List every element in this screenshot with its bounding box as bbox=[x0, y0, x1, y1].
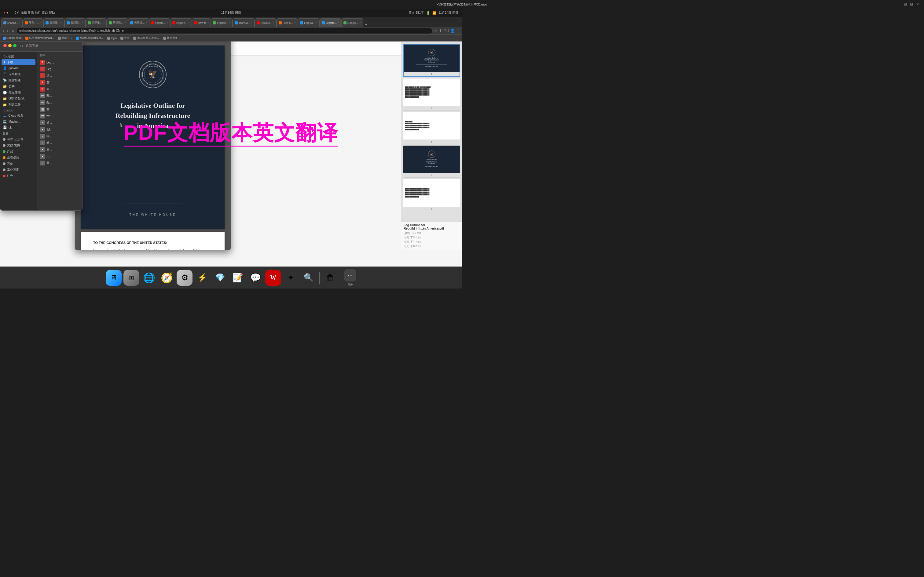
bookmark-tlot[interactable]: [TL|OT]作工两年... bbox=[132, 36, 160, 40]
finder-file-shi[interactable]: ▪ 史... bbox=[38, 146, 81, 153]
tab-legis1[interactable]: Legisla... × bbox=[298, 18, 320, 27]
tab-translate[interactable]: Transla... × bbox=[233, 18, 255, 27]
tab-close-google[interactable]: × bbox=[359, 21, 361, 24]
dock-safari[interactable]: 🧭 bbox=[159, 270, 175, 286]
finder-close-btn[interactable] bbox=[3, 44, 7, 47]
dock-spark[interactable]: ✦ bbox=[283, 270, 299, 286]
nav-forward-btn[interactable]: › bbox=[6, 28, 9, 34]
bookmark-denglu1[interactable]: 登录中... bbox=[57, 36, 73, 40]
finder-item-download[interactable]: ⬇ 下载 bbox=[2, 59, 36, 65]
more-icon[interactable]: ⋮ bbox=[456, 28, 460, 33]
finder-file-zhi2[interactable]: ▦ 智... bbox=[38, 106, 81, 113]
tab-meiguo[interactable]: 美国近... × bbox=[128, 18, 149, 27]
new-tab-button[interactable]: + bbox=[363, 22, 369, 27]
finder-window-controls[interactable] bbox=[3, 44, 16, 47]
finder-item-gaokun[interactable]: 👤 gaokun bbox=[0, 65, 37, 71]
tab-close-shapr3[interactable]: × bbox=[19, 21, 21, 24]
dock-stickies[interactable]: 📝 bbox=[230, 270, 246, 286]
tab-freeo[interactable]: Free O... × bbox=[276, 18, 298, 27]
finder-tag-wenxiao[interactable]: 文效 发掘 bbox=[0, 142, 37, 148]
finder-file-wei[interactable]: P 为... bbox=[38, 86, 81, 92]
tab-close-meiguo[interactable]: × bbox=[145, 21, 147, 24]
finder-file-jian[interactable]: P 建... bbox=[38, 73, 81, 79]
tab-close-douyu[interactable]: × bbox=[40, 21, 41, 24]
dock-wechat[interactable]: 💬 bbox=[247, 270, 263, 286]
wps-page-thumb-5[interactable]: ████████████████████████████ ███████████… bbox=[403, 179, 460, 211]
tab-close-youtube[interactable]: × bbox=[166, 21, 168, 24]
wps-page-thumb-2[interactable]: ████ ██ ████ ██ ███ ██████ ██████ ██████… bbox=[403, 78, 460, 111]
nav-back-btn[interactable]: ‹ bbox=[2, 28, 5, 34]
finder-file-dian[interactable]: ▪ 电... bbox=[38, 133, 81, 140]
bookmark-google-translate[interactable]: Google 翻译 bbox=[2, 36, 23, 40]
sys-browser-menu[interactable]: 文件 编辑 显示 前往 窗口 帮助 bbox=[14, 11, 55, 15]
finder-file-wp[interactable]: W wp... bbox=[38, 113, 81, 119]
tab-guanyu[interactable]: 关于推... × bbox=[86, 18, 107, 27]
tab-close-guanyu[interactable]: × bbox=[103, 21, 105, 24]
wps-page-thumb-1[interactable]: 🦅 Legislative Outline forRebuilding Infr… bbox=[403, 44, 460, 77]
dock-more-btn[interactable]: ⋯ 更多 bbox=[344, 269, 356, 286]
finder-tag-red[interactable]: 红色 bbox=[0, 173, 37, 179]
share-icon[interactable]: ⬆ bbox=[439, 28, 442, 33]
dock-raycast[interactable]: 🔍 bbox=[300, 270, 317, 286]
finder-tag-other[interactable]: 其他 bbox=[0, 161, 37, 167]
dock-finder[interactable]: 🖥 bbox=[106, 270, 122, 286]
profile-icon[interactable]: 👤 bbox=[450, 28, 455, 33]
tab-close-english1[interactable]: × bbox=[188, 21, 190, 24]
dock-obsidian[interactable]: 💎 bbox=[212, 270, 228, 286]
finder-item-recent[interactable]: 🕐 最近使用 bbox=[0, 89, 37, 95]
tab-close-translate[interactable]: × bbox=[251, 21, 252, 24]
finder-file-zhi[interactable]: P 智... bbox=[38, 79, 81, 86]
tab-close-english2[interactable]: × bbox=[229, 21, 230, 24]
tab-close-jichu[interactable]: × bbox=[124, 21, 126, 24]
finder-file-jian2[interactable]: ▪ 间... bbox=[38, 140, 81, 146]
bookmark-star-icon[interactable]: ☆ bbox=[434, 28, 438, 33]
tab-howto[interactable]: How to × bbox=[192, 18, 211, 27]
finder-item-icloud[interactable]: ☁ iCloud 云盘 bbox=[0, 113, 37, 119]
nav-refresh-btn[interactable]: ↻ bbox=[10, 28, 15, 34]
tab-zhihui2[interactable]: 智慧建... × bbox=[65, 18, 86, 27]
tab-close-zhihui1[interactable]: × bbox=[61, 21, 62, 24]
finder-file-tian1[interactable]: ▪ 天... bbox=[38, 153, 81, 160]
url-bar[interactable]: onlinedoctranslator.com/en/translate-chi… bbox=[16, 28, 433, 34]
tab-close-download[interactable]: × bbox=[273, 21, 275, 24]
finder-maximize-btn[interactable] bbox=[13, 44, 16, 47]
tab-english1[interactable]: english... × bbox=[170, 18, 192, 27]
dock-chrome[interactable]: 🌐 bbox=[141, 270, 157, 286]
finder-item-macint[interactable]: 💻 Macint... bbox=[0, 119, 37, 124]
bookmark-denglu2[interactable]: 登录 bbox=[120, 36, 131, 40]
finder-item-public[interactable]: 📁 公共... bbox=[0, 83, 37, 89]
finder-file-tong[interactable]: ▪ 通... bbox=[38, 119, 81, 126]
dock-launchpad[interactable]: ⊞ bbox=[123, 270, 139, 286]
finder-item-apps[interactable]: 📱 应用程序 bbox=[0, 71, 37, 77]
tab-jichu[interactable]: 基础设... × bbox=[107, 18, 128, 27]
finder-back-btn[interactable]: ‹ bbox=[19, 44, 21, 48]
finder-file-tian2[interactable]: ▪ 天... bbox=[38, 160, 81, 166]
finder-item-airdrop[interactable]: 📡 隐空投送 bbox=[0, 77, 37, 83]
tab-close-freeo[interactable]: × bbox=[294, 21, 296, 24]
browser-tabs[interactable]: shapr3... × 斗鱼 - ... × 智慧建... × 智慧建... ×… bbox=[0, 17, 462, 27]
tab-google[interactable]: Google... × bbox=[341, 18, 363, 27]
tab-legis2-active[interactable]: Legisla... × bbox=[320, 18, 341, 27]
finder-tag-writing[interactable]: 写作 公众号... bbox=[0, 136, 37, 142]
bookmark-mindmast[interactable]: 亿图脑图MindMast... bbox=[24, 36, 55, 40]
wps-page-thumb-4[interactable]: 🦅 lative Outline fording Infrastructurei… bbox=[403, 145, 460, 178]
extensions-icon[interactable]: ⊞ bbox=[443, 28, 447, 33]
finder-minimize-btn[interactable] bbox=[8, 44, 11, 47]
bookmarks-bar[interactable]: Google 翻译 亿图脑图MindMast... 登录中... 西部机场集团桌… bbox=[0, 35, 462, 42]
finder-file-leg1[interactable]: P Leg... bbox=[38, 59, 81, 66]
bookmark-other[interactable]: 其他书签 bbox=[162, 36, 179, 40]
tab-close-legis1[interactable]: × bbox=[316, 21, 317, 24]
finder-window[interactable]: ‹ › 返回/前述 个人收藏 ⬇ 下载 👤 gaokun 📱 应用程序 📡 隐空… bbox=[0, 40, 82, 211]
tab-shapr3[interactable]: shapr3... × bbox=[1, 18, 23, 27]
tab-close-zhihui2[interactable]: × bbox=[82, 21, 84, 24]
finder-item-gk[interactable]: 💾 gk bbox=[0, 124, 37, 131]
dock-sysprefs[interactable]: ⚙ bbox=[177, 270, 192, 286]
dock-wps[interactable]: W bbox=[265, 270, 281, 286]
tab-close-howto[interactable]: × bbox=[207, 21, 209, 24]
tab-douyu[interactable]: 斗鱼 - ... × bbox=[23, 18, 44, 27]
finder-tag-work3[interactable]: 工作三期 bbox=[0, 167, 37, 173]
bookmark-xibujichang[interactable]: 西部机场集团桌面... bbox=[75, 36, 105, 40]
dock-surge[interactable]: ⚡ bbox=[194, 270, 210, 286]
finder-file-leg2[interactable]: P Leg... bbox=[38, 66, 81, 73]
finder-file-im[interactable]: ▪ IM... bbox=[38, 126, 81, 133]
